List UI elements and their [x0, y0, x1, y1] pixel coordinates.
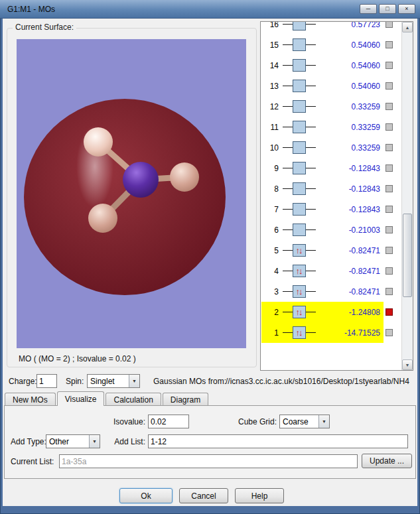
mo-row[interactable]: 8-0.12843: [261, 178, 401, 199]
mo-row[interactable]: 100.33259: [261, 137, 401, 158]
mo-row-main[interactable]: 150.54060: [261, 34, 384, 55]
scrollbar-thumb[interactable]: [403, 214, 412, 297]
mo-level-icon[interactable]: [283, 162, 316, 174]
tab-calculation[interactable]: Calculation: [105, 393, 161, 406]
mo-box-icon[interactable]: [293, 80, 306, 92]
mo-box-icon[interactable]: [293, 38, 306, 51]
maximize-button[interactable]: □: [379, 4, 396, 14]
mo-view-checkbox[interactable]: [385, 206, 393, 213]
add-type-dropdown[interactable]: Other ▼: [46, 434, 100, 448]
mo-level-icon[interactable]: [283, 121, 316, 133]
mo-row[interactable]: 140.54060: [261, 55, 401, 76]
mo-row[interactable]: 1↑↓-14.71525: [261, 322, 401, 343]
mo-box-icon[interactable]: [293, 100, 306, 113]
mo-view-checkbox[interactable]: [385, 144, 393, 151]
mo-row[interactable]: 130.54060: [261, 76, 401, 96]
mo-view-checkbox[interactable]: [385, 185, 393, 192]
mo-box-icon[interactable]: [293, 224, 306, 236]
mo-row[interactable]: 120.33259: [261, 96, 401, 117]
mo-level-icon[interactable]: ↑↓: [283, 306, 316, 318]
mo-row[interactable]: 160.57723: [261, 22, 401, 34]
mo-row-main[interactable]: 4↑↓-0.82471: [261, 261, 384, 281]
close-button[interactable]: ×: [398, 4, 415, 14]
mo-view-checkbox[interactable]: [385, 329, 393, 336]
mo-box-icon[interactable]: [293, 162, 306, 174]
tab-visualize[interactable]: Visualize: [57, 391, 105, 406]
mo-box-icon[interactable]: [293, 141, 306, 154]
mo-level-icon[interactable]: ↑↓: [283, 244, 316, 257]
mo-box-icon[interactable]: ↑↓: [293, 306, 306, 318]
add-list-input[interactable]: [148, 434, 408, 448]
mo-box-icon[interactable]: ↑↓: [293, 244, 306, 257]
mo-level-icon[interactable]: [283, 80, 316, 92]
mo-level-icon[interactable]: [283, 141, 316, 154]
isovalue-input[interactable]: [148, 415, 189, 428]
mo-level-icon[interactable]: ↑↓: [283, 285, 316, 298]
mo-view-checkbox[interactable]: [385, 288, 393, 295]
titlebar[interactable]: G1:M1 - MOs ─ □ ×: [0, 0, 420, 19]
add-type-dropdown-arrow-icon[interactable]: ▼: [89, 435, 100, 448]
mo-view-checkbox[interactable]: [385, 247, 393, 254]
mo-row-main[interactable]: 3↑↓-0.82471: [261, 281, 384, 302]
spin-dropdown[interactable]: Singlet ▼: [87, 374, 140, 388]
mo-row[interactable]: 2↑↓-1.24808: [261, 302, 401, 322]
mo-level-icon[interactable]: [283, 22, 316, 31]
mo-row-main[interactable]: 160.57723: [261, 22, 384, 34]
mo-row[interactable]: 4↑↓-0.82471: [261, 261, 401, 281]
scroll-down-button[interactable]: ▼: [402, 359, 413, 370]
tab-diagram[interactable]: Diagram: [163, 393, 208, 406]
cancel-button[interactable]: Cancel: [179, 488, 228, 503]
scroll-up-button[interactable]: ▲: [402, 22, 413, 32]
molecule-viewport[interactable]: [17, 39, 246, 348]
mo-level-icon[interactable]: [283, 182, 316, 195]
mo-row-main[interactable]: 2↑↓-1.24808: [261, 302, 384, 322]
mo-box-icon[interactable]: [293, 22, 306, 31]
mo-row[interactable]: 9-0.12843: [261, 158, 401, 178]
mo-box-icon[interactable]: ↑↓: [293, 285, 306, 298]
mo-row-main[interactable]: 120.33259: [261, 96, 384, 117]
mo-level-icon[interactable]: [283, 224, 316, 236]
mo-row[interactable]: 6-0.21003: [261, 220, 401, 240]
update-button[interactable]: Update ...: [362, 454, 412, 468]
mo-row[interactable]: 7-0.12843: [261, 199, 401, 220]
mo-row-main[interactable]: 9-0.12843: [261, 158, 384, 178]
mo-view-checkbox[interactable]: [385, 22, 393, 28]
mo-view-checkbox[interactable]: [385, 123, 393, 131]
mo-view-checkbox[interactable]: [385, 267, 393, 275]
ok-button[interactable]: Ok: [119, 488, 173, 503]
mo-row-main[interactable]: 130.54060: [261, 76, 384, 96]
mo-level-icon[interactable]: [283, 59, 316, 72]
mo-row-main[interactable]: 110.33259: [261, 117, 384, 137]
mo-level-icon[interactable]: [283, 38, 316, 51]
mo-row[interactable]: 3↑↓-0.82471: [261, 281, 401, 302]
mo-row-main[interactable]: 140.54060: [261, 55, 384, 76]
mo-level-icon[interactable]: ↑↓: [283, 265, 316, 277]
mo-view-checkbox[interactable]: [385, 226, 393, 233]
help-button[interactable]: Help: [235, 488, 284, 503]
spin-dropdown-arrow-icon[interactable]: ▼: [129, 375, 139, 387]
mo-box-icon[interactable]: [293, 59, 306, 72]
mo-level-icon[interactable]: ↑↓: [283, 326, 316, 339]
mo-level-icon[interactable]: [283, 203, 316, 216]
tab-new-mos[interactable]: New MOs: [5, 393, 56, 406]
mo-view-checkbox[interactable]: [385, 41, 393, 48]
mo-view-checkbox[interactable]: [385, 103, 393, 110]
mo-box-icon[interactable]: ↑↓: [293, 265, 306, 277]
mo-view-checkbox[interactable]: [385, 164, 393, 172]
mo-view-checkbox[interactable]: [385, 308, 393, 316]
mo-box-icon[interactable]: [293, 121, 306, 133]
mo-box-icon[interactable]: [293, 203, 306, 216]
mo-row-main[interactable]: 1↑↓-14.71525: [261, 322, 384, 343]
mo-level-icon[interactable]: [283, 100, 316, 113]
charge-input[interactable]: [36, 374, 57, 388]
mo-row-main[interactable]: 8-0.12843: [261, 178, 384, 199]
mo-box-icon[interactable]: [293, 182, 306, 195]
mo-row-main[interactable]: 5↑↓-0.82471: [261, 240, 384, 261]
mo-row[interactable]: 150.54060: [261, 34, 401, 55]
minimize-button[interactable]: ─: [360, 4, 377, 14]
mo-row[interactable]: 110.33259: [261, 117, 401, 137]
mo-row[interactable]: 5↑↓-0.82471: [261, 240, 401, 261]
mo-box-icon[interactable]: ↑↓: [293, 326, 306, 339]
mo-view-checkbox[interactable]: [385, 82, 393, 90]
cube-grid-dropdown[interactable]: Coarse ▼: [279, 415, 330, 428]
